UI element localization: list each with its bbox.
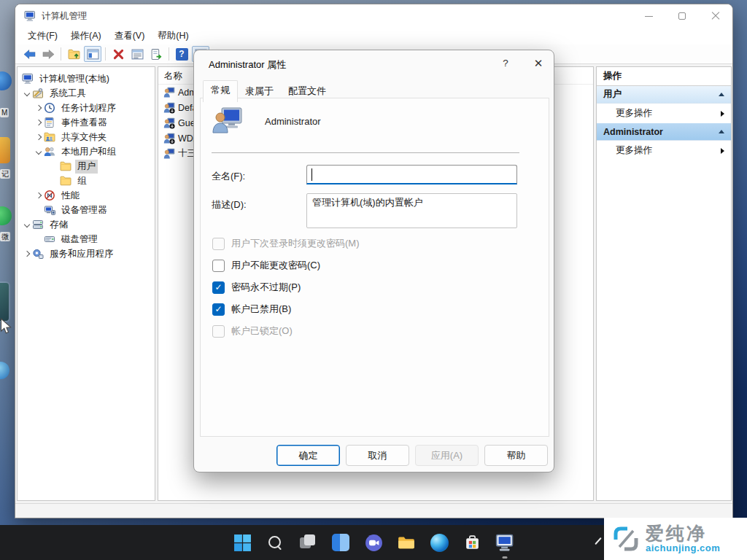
tree-item-computer-management[interactable]: 计算机管理(本地) <box>18 71 155 86</box>
tree-item-shared-folders[interactable]: 共享文件夹 <box>18 130 155 144</box>
apply-button[interactable]: 应用(A) <box>415 445 479 466</box>
menu-help[interactable]: 帮助(H) <box>151 28 195 44</box>
tree-item-system-tools[interactable]: 系统工具 <box>18 86 155 101</box>
chevron-right-icon[interactable] <box>34 106 44 110</box>
checkbox-must-change-password[interactable]: ✓ 用户下次登录时须更改密码(M) <box>212 237 360 250</box>
search-button[interactable] <box>265 532 285 553</box>
ok-button[interactable]: 确定 <box>276 445 340 466</box>
close-button[interactable] <box>699 4 732 28</box>
storage-icon <box>32 219 44 230</box>
tree-item-device-manager[interactable]: 设备管理器 <box>18 203 155 217</box>
actions-pane-title: 操作 <box>597 67 731 86</box>
help-icon: ? <box>176 48 188 61</box>
tree-item-local-users-groups[interactable]: 本地用户和组 <box>18 144 155 159</box>
mouse-cursor <box>0 318 12 335</box>
system-tools-icon <box>32 88 44 99</box>
title-bar: 计算机管理 <box>15 4 732 28</box>
chevron-down-icon[interactable] <box>22 91 32 96</box>
tree-item-performance[interactable]: 性能 <box>18 188 155 203</box>
minimize-button[interactable] <box>632 4 665 28</box>
checkbox-cannot-change-password[interactable]: ✓ 用户不能更改密码(C) <box>212 259 320 272</box>
more-actions-administrator[interactable]: 更多操作 <box>597 141 731 160</box>
chat-button[interactable] <box>363 532 384 553</box>
chevron-down-icon[interactable] <box>22 222 32 227</box>
tab-profile[interactable]: 配置文件 <box>281 82 333 101</box>
description-input[interactable]: 管理计算机(域)的内置帐户 <box>306 193 517 228</box>
forward-button[interactable] <box>39 46 57 62</box>
app-icon <box>24 10 36 22</box>
checkbox-label: 帐户已锁定(O) <box>231 324 293 338</box>
watermark-name: 爱纯净 <box>646 524 720 542</box>
desktop-icon-partial[interactable] <box>0 206 12 225</box>
back-button[interactable] <box>20 46 38 62</box>
checkbox-account-locked[interactable]: ✓ 帐户已锁定(O) <box>212 324 293 338</box>
menu-action[interactable]: 操作(A) <box>64 28 108 44</box>
tree-item-label: 事件查看器 <box>59 116 109 130</box>
desktop-icon-partial[interactable] <box>0 283 9 321</box>
tree-item-services-applications[interactable]: 服务和应用程序 <box>18 246 155 261</box>
collapse-icon[interactable] <box>719 130 724 133</box>
chevron-right-icon[interactable] <box>34 120 44 125</box>
dialog-close-button[interactable]: ✕ <box>531 57 546 70</box>
file-explorer-button[interactable] <box>396 532 417 553</box>
tree-item-label: 计算机管理(本地) <box>37 72 112 86</box>
chevron-down-icon[interactable] <box>34 149 44 154</box>
actions-section-users[interactable]: 用户 <box>597 86 731 104</box>
widgets-icon <box>332 534 349 551</box>
checkbox-password-never-expires[interactable]: ✓ 密码永不过期(P) <box>212 281 301 294</box>
tree-item-label: 任务计划程序 <box>59 101 118 115</box>
windows-start-icon <box>233 534 252 552</box>
tree-item-storage[interactable]: 存储 <box>18 217 155 232</box>
tree-item-groups[interactable]: 组 <box>18 174 155 188</box>
tree-item-disk-management[interactable]: 磁盘管理 <box>18 232 155 246</box>
dialog-help-button[interactable]: ? <box>499 58 512 69</box>
cancel-button[interactable]: 取消 <box>346 445 409 466</box>
desktop-icon-partial[interactable] <box>0 71 12 90</box>
chevron-right-icon[interactable] <box>22 252 32 256</box>
export-list-button[interactable] <box>147 46 165 62</box>
edge-button[interactable] <box>429 532 449 553</box>
tree-item-label: 本地用户和组 <box>59 145 118 159</box>
chevron-right-icon[interactable] <box>34 193 44 198</box>
checkbox-account-disabled[interactable]: ✓ 帐户已禁用(B) <box>212 303 291 316</box>
actions-section-administrator[interactable]: Administrator <box>597 123 731 141</box>
task-view-icon <box>300 534 316 551</box>
folder-icon <box>60 160 71 172</box>
delete-button[interactable] <box>109 46 127 62</box>
running-app-indicator <box>503 556 508 559</box>
tree-item-label: 存储 <box>47 218 70 232</box>
chevron-right-icon[interactable] <box>34 135 44 139</box>
computer-management-taskbar-button[interactable] <box>495 532 515 553</box>
submenu-arrow-icon <box>721 148 724 154</box>
store-icon <box>463 534 481 552</box>
start-button[interactable] <box>232 532 252 553</box>
show-console-tree-button[interactable] <box>84 46 101 62</box>
collapse-icon[interactable] <box>719 93 724 96</box>
device-manager-icon <box>44 204 55 216</box>
more-actions-users[interactable]: 更多操作 <box>597 104 731 123</box>
help-button-dialog[interactable]: 帮助 <box>484 445 548 466</box>
widgets-button[interactable] <box>330 532 351 553</box>
properties-button[interactable] <box>128 46 146 62</box>
user-disabled-icon <box>163 117 175 129</box>
tab-member-of[interactable]: 隶属于 <box>238 82 281 101</box>
toolbar-separator <box>61 47 61 61</box>
menu-file[interactable]: 文件(F) <box>21 28 64 44</box>
chat-icon <box>365 534 383 552</box>
tree-item-task-scheduler[interactable]: 任务计划程序 <box>18 101 155 115</box>
task-view-button[interactable] <box>298 532 318 553</box>
menu-view[interactable]: 查看(V) <box>108 28 152 44</box>
tree-item-users[interactable]: 用户 <box>18 159 155 174</box>
up-folder-button[interactable] <box>65 46 82 62</box>
tab-general[interactable]: 常规 <box>203 80 238 102</box>
help-button[interactable]: ? <box>173 46 190 62</box>
desktop-icon-partial[interactable] <box>0 362 9 379</box>
desktop-icon-partial[interactable] <box>0 137 10 163</box>
maximize-button[interactable] <box>665 4 699 28</box>
console-tree-icon <box>87 48 99 61</box>
desktop-icon-label: 记 <box>0 169 10 179</box>
store-button[interactable] <box>462 532 482 553</box>
separator <box>212 152 519 153</box>
tree-item-event-viewer[interactable]: 事件查看器 <box>18 115 155 130</box>
full-name-input[interactable] <box>306 165 517 184</box>
